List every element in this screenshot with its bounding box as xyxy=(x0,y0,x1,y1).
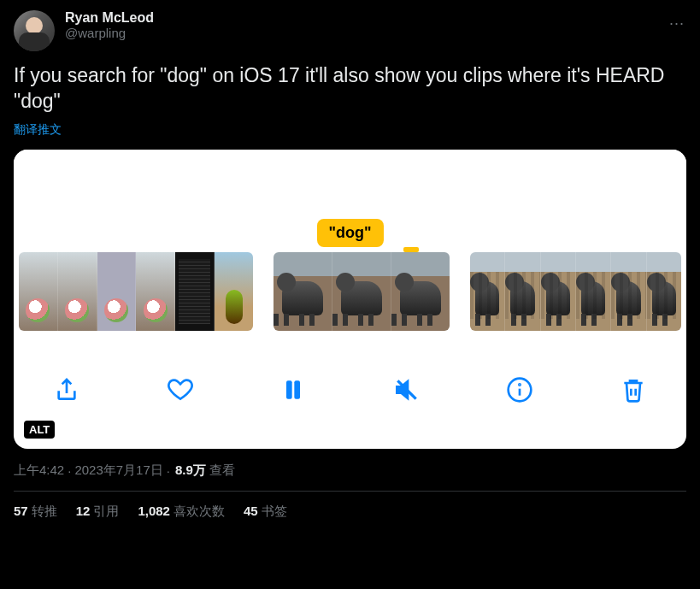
views-label: 查看 xyxy=(209,462,235,479)
trash-icon xyxy=(620,376,647,403)
display-name: Ryan McLeod xyxy=(65,10,154,26)
clip-frame xyxy=(274,252,332,331)
clip-frame xyxy=(647,252,681,331)
clip-frame xyxy=(175,252,215,331)
bookmarks-stat[interactable]: 45书签 xyxy=(244,504,287,520)
handle: @warpling xyxy=(65,26,154,40)
media-preview-area: "dog" xyxy=(14,150,686,252)
share-icon xyxy=(53,376,80,403)
clip-frame xyxy=(576,252,611,331)
search-tag-label: "dog" xyxy=(316,219,383,247)
quotes-stat[interactable]: 12引用 xyxy=(76,504,120,520)
meta-row: 上午4:42 · 2023年7月17日 · 8.9万 查看 xyxy=(14,462,686,492)
heart-icon xyxy=(167,376,194,403)
clip-frame xyxy=(215,252,253,331)
pause-button[interactable] xyxy=(274,371,312,409)
clip-frame xyxy=(541,252,576,331)
clip-frame xyxy=(97,252,137,331)
svg-point-5 xyxy=(520,384,521,385)
like-button[interactable] xyxy=(162,371,199,409)
stats-row: 57转推 12引用 1,082喜欢次数 45书签 xyxy=(14,504,686,520)
info-button[interactable] xyxy=(501,371,538,409)
clip-frame xyxy=(611,252,646,331)
translate-link[interactable]: 翻译推文 xyxy=(14,122,62,138)
avatar[interactable] xyxy=(14,10,55,51)
clip-group[interactable] xyxy=(274,252,450,331)
svg-rect-1 xyxy=(295,380,301,398)
clip-group[interactable] xyxy=(470,252,681,331)
clip-frame xyxy=(58,252,97,331)
tweet-time[interactable]: 上午4:42 xyxy=(14,462,64,479)
svg-rect-0 xyxy=(286,380,292,398)
trash-button[interactable] xyxy=(615,371,652,409)
filmstrip[interactable] xyxy=(14,252,686,331)
tweet-container: ··· Ryan McLeod @warpling If you search … xyxy=(0,0,700,530)
tweet-date[interactable]: 2023年7月17日 xyxy=(74,462,162,479)
clip-group[interactable] xyxy=(19,252,253,331)
more-options-button[interactable]: ··· xyxy=(662,9,691,38)
views-count: 8.9万 xyxy=(175,462,206,479)
retweets-stat[interactable]: 57转推 xyxy=(14,504,57,520)
pause-icon xyxy=(279,376,307,403)
clip-frame xyxy=(391,252,450,331)
clip-frame xyxy=(136,252,175,331)
likes-stat[interactable]: 1,082喜欢次数 xyxy=(138,504,225,520)
mute-icon xyxy=(393,376,421,403)
share-button[interactable] xyxy=(48,371,85,409)
media-card[interactable]: "dog" xyxy=(14,150,686,449)
tweet-header: Ryan McLeod @warpling xyxy=(14,10,686,51)
clip-frame xyxy=(332,252,391,331)
media-toolbar xyxy=(14,331,686,449)
clip-frame xyxy=(19,252,58,331)
clip-frame xyxy=(470,252,505,331)
info-icon xyxy=(506,376,533,403)
alt-badge[interactable]: ALT xyxy=(24,421,55,439)
tweet-text: If you search for "dog" on iOS 17 it'll … xyxy=(14,63,686,115)
mute-button[interactable] xyxy=(388,371,426,409)
author-block[interactable]: Ryan McLeod @warpling xyxy=(65,10,154,40)
clip-frame xyxy=(505,252,540,331)
ellipsis-icon: ··· xyxy=(669,15,685,32)
